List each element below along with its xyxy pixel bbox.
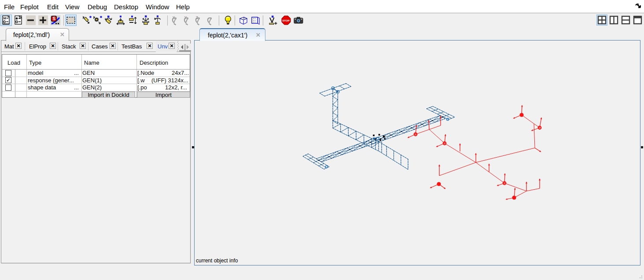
svg-text:M: M <box>4 16 7 20</box>
svg-text:S: S <box>53 16 56 21</box>
svg-text:STOP: STOP <box>282 19 290 22</box>
